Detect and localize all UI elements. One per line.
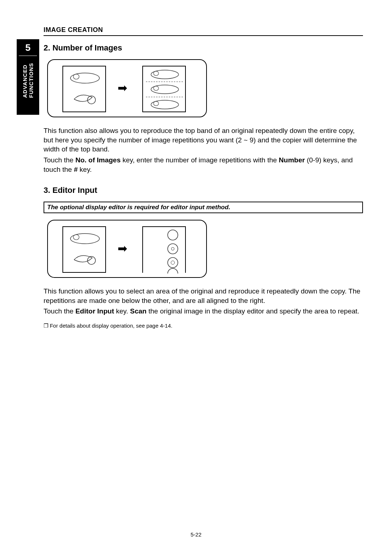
fruit-sketch-icon [63,66,107,113]
svg-point-6 [154,71,159,76]
tab-divider [19,56,37,56]
svg-point-1 [73,74,79,79]
section-3-paragraph-2: Touch the Editor Input key. Scan the ori… [44,307,363,316]
svg-point-14 [168,230,178,240]
section-2-paragraph-1: This function also allows you to reprodu… [44,126,363,154]
svg-point-18 [171,261,175,264]
svg-point-10 [154,101,159,106]
chapter-label: ADVANCED FUNCTIONS [22,76,34,98]
section-3-heading: 3. Editor Input [44,186,363,195]
illus-left-panel [62,66,106,112]
svg-point-12 [73,235,79,240]
illus-right-panel [142,66,186,112]
illustration-number-of-images: ➡ [47,59,207,117]
illus2-left-panel [62,226,106,273]
illus2-right-panel [142,226,186,273]
page-header: IMAGE CREATION [44,26,363,35]
repeated-bands-icon [143,66,187,113]
header-rule [44,35,363,36]
page-number: 5-22 [0,531,392,538]
cross-reference-note: ❐ For details about display operation, s… [44,323,363,329]
section-2-paragraph-2: Touch the No. of Images key, enter the n… [44,155,363,174]
fruit-sketch-icon [63,227,107,274]
svg-point-8 [154,86,159,90]
illustration-editor-input: ➡ [47,220,207,278]
section-3-paragraph-1: This function allows you to select an ar… [44,287,363,305]
svg-point-16 [171,247,174,250]
chapter-tab: 5 ADVANCED FUNCTIONS [17,39,39,115]
svg-point-17 [168,258,178,268]
editor-requirement-note: The optional display editor is required … [44,202,363,213]
svg-point-15 [168,244,178,254]
arrow-right-icon: ➡ [118,81,127,95]
arrow-right-icon: ➡ [118,242,127,255]
chapter-number: 5 [17,39,39,56]
repeated-circles-icon [143,227,187,274]
section-2-heading: 2. Number of Images [44,43,363,53]
